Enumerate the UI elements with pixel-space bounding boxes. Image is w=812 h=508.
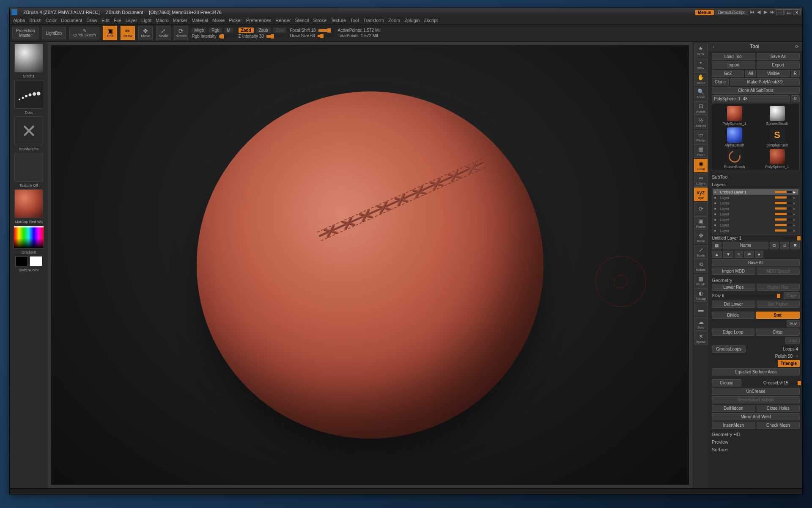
eye-icon[interactable]: ● (714, 201, 718, 205)
clone-all-subtools-button[interactable]: Clone All SubTools (712, 87, 800, 94)
preview-section[interactable]: Preview (712, 438, 800, 445)
menu-zscript[interactable]: Zscript (424, 18, 438, 23)
nav-move[interactable]: ✥Move (694, 231, 708, 244)
tool-alphabrush[interactable]: AlphaBrush (714, 127, 755, 147)
nav-next-icon[interactable]: ▶ (763, 9, 768, 15)
draw-size-slider[interactable] (318, 35, 334, 37)
layer-slider[interactable] (775, 191, 792, 193)
menu-edit[interactable]: Edit (102, 18, 110, 23)
layer-merge-icon[interactable]: ⇊ (780, 242, 789, 249)
nav-spix[interactable]: •SPix (694, 58, 708, 72)
nav-btn11[interactable]: ⟳ (694, 202, 708, 215)
layer-row[interactable]: ●Untitled Layer 1▸ (713, 189, 798, 195)
goz-visible-button[interactable]: Visible (757, 70, 789, 77)
rgb-intensity-slider[interactable] (219, 35, 235, 38)
layer-row[interactable]: ●Layer▸ (713, 200, 798, 206)
rec-icon[interactable]: ▸ (793, 201, 798, 205)
nav-rotate[interactable]: ⟲Rotate (694, 260, 708, 273)
menu-file[interactable]: File (114, 18, 121, 23)
groups-loops-button[interactable]: GroupsLoops (712, 345, 746, 353)
menu-movie[interactable]: Movie (212, 18, 225, 23)
material-thumb[interactable] (14, 189, 43, 218)
layer-down-icon[interactable]: ▼ (723, 251, 733, 258)
layer-row[interactable]: ●Layer▸ (713, 195, 798, 200)
stroke-thumb[interactable] (14, 80, 43, 109)
nav-scale[interactable]: ⤢Scale (694, 245, 708, 259)
import-mdd-button[interactable]: Import MDD (712, 268, 755, 275)
rgb-chip[interactable]: Rgb (209, 28, 222, 33)
menu-zoom[interactable]: Zoom (388, 18, 400, 23)
bake-all-button[interactable]: Bake All (712, 259, 800, 266)
reconstruct-button[interactable]: Reconstruct Subdiv (712, 396, 800, 403)
menu-color[interactable]: Color (46, 18, 57, 23)
brush-thumb[interactable] (14, 44, 43, 72)
viewport[interactable] (51, 45, 689, 485)
menu-light[interactable]: Light (141, 18, 151, 23)
zadd-chip[interactable]: Zadd (239, 28, 254, 33)
swatch-black[interactable] (15, 256, 28, 266)
color-picker[interactable] (14, 226, 44, 248)
menu-texture[interactable]: Texture (331, 18, 346, 23)
edit-mode-button[interactable]: ▣Edit (103, 26, 117, 40)
menu-alpha[interactable]: Alpha (13, 18, 25, 23)
minimize-button[interactable]: — (776, 9, 784, 15)
z-intensity-slider[interactable] (266, 35, 283, 38)
rec-icon[interactable]: ▸ (793, 212, 798, 216)
subtool-section[interactable]: SubTool (712, 173, 800, 180)
clone-button[interactable]: Clone (712, 78, 729, 86)
nav-transp[interactable]: ◐Transp (694, 288, 708, 302)
save-as-button[interactable]: Save As (757, 53, 800, 60)
layer-row[interactable]: ●Layer▸ (713, 211, 798, 217)
layer-up-icon[interactable]: ▲ (712, 251, 722, 258)
menu-material[interactable]: Material (192, 18, 208, 23)
active-mesh-label[interactable]: PolySphere_1. 48 (712, 95, 790, 102)
layer-row[interactable]: ●Layer▸ (713, 222, 798, 228)
menus-pill[interactable]: Menus (695, 10, 714, 15)
goz-r-button[interactable]: R (791, 70, 800, 77)
menu-document[interactable]: Document (61, 18, 82, 23)
eye-icon[interactable]: ● (714, 195, 718, 200)
eye-icon[interactable]: ● (714, 228, 718, 233)
geometry-hd-section[interactable]: Geometry HD (712, 430, 800, 438)
nav-zoom[interactable]: 🔍Zoom (694, 87, 708, 100)
rec-icon[interactable]: ▸ (793, 195, 798, 200)
rotate-mode-button[interactable]: ⟳Rotate (174, 26, 188, 40)
layer-del-icon[interactable]: ✖ (790, 242, 800, 249)
panel-back-icon[interactable]: ‹ (713, 44, 714, 49)
del-hidden-button[interactable]: DelHidden (712, 405, 755, 412)
draw-mode-button[interactable]: ✏Draw (121, 26, 135, 40)
edge-loop-button[interactable]: Edge Loop (712, 329, 754, 336)
nav-actual[interactable]: ⊡Actual (694, 101, 708, 115)
texture-thumb[interactable] (14, 153, 43, 182)
layer-invert-icon[interactable]: ⇄ (744, 251, 754, 258)
nav-solo[interactable]: ☁Solo (694, 317, 708, 331)
nav-aahalf[interactable]: ½AAHalf (694, 116, 708, 129)
layer-dup-icon[interactable]: ⧉ (770, 242, 779, 249)
uncrease-button[interactable]: UnCrease (712, 388, 800, 395)
eye-icon[interactable]: ● (714, 206, 718, 211)
insert-mesh-button[interactable]: InsertMesh (712, 422, 755, 429)
mrgb-chip[interactable]: Mrgb (192, 28, 206, 33)
tool-eraserbrush[interactable]: EraserBrush (714, 149, 755, 169)
layer-slider[interactable] (775, 218, 792, 221)
nav-frame[interactable]: ▣Frame (694, 216, 708, 230)
gradient-label[interactable]: Gradient (22, 250, 36, 254)
goz-button[interactable]: GoZ (712, 70, 744, 77)
mesh-r-button[interactable]: R (791, 95, 800, 102)
menu-brush[interactable]: Brush (29, 18, 41, 23)
layer-opacity-slider[interactable] (783, 237, 800, 240)
quicksketch-button[interactable]: ✎ Quick Sketch (69, 27, 99, 39)
nav-last-icon[interactable]: ⏭ (769, 9, 775, 15)
nav-local[interactable]: ◉Local (694, 159, 708, 172)
equalize-button[interactable]: Equalize Surface Area (712, 368, 800, 375)
layer-slider[interactable] (775, 207, 792, 210)
tool-polysphere_1[interactable]: PolySphere_1 (714, 106, 755, 126)
zcut-chip[interactable]: Zcut (273, 28, 286, 33)
load-tool-button[interactable]: Load Tool (712, 53, 755, 60)
higher-res-button[interactable]: Higher Res (757, 284, 800, 291)
tool-panel-scroll[interactable]: Load ToolSave As ImportExport GoZ All Vi… (709, 51, 802, 488)
layer-row[interactable]: ●Layer▸ (713, 206, 798, 211)
menu-stencil[interactable]: Stencil (295, 18, 309, 23)
cage-button[interactable]: Cage (784, 292, 800, 299)
nav-xyz[interactable]: xyzXyz (694, 188, 708, 201)
